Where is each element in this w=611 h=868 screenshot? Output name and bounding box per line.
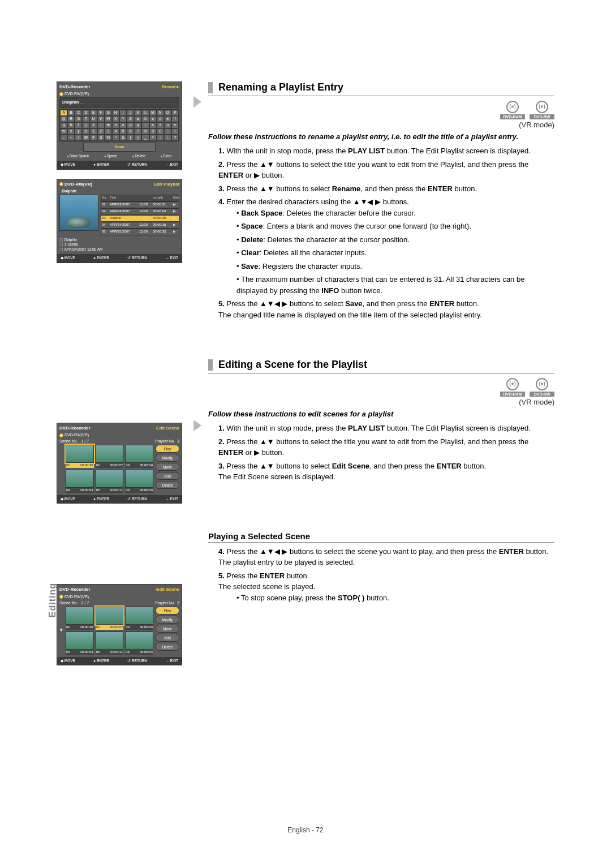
osd-footer: ◆ MOVE ● ENTER ↺ RETURN → EXIT <box>57 657 182 665</box>
osd-title: DVD-Recorder <box>59 587 91 592</box>
osd-mode: Edit Playlist <box>154 182 179 187</box>
keyboard-grid: ABCDEFGHIJKLMNOPQRSTUVWXYZabcdefghijklmn… <box>59 109 179 141</box>
osd-disc-label: DVD-RW(VR) <box>59 91 179 96</box>
scene-buttons: PlayModifyMoveAddDelete <box>156 445 179 493</box>
prev-page-icon: ▾ <box>59 607 63 655</box>
rename-field: Dolphin _ <box>59 97 179 108</box>
section2-substeps: 4. Press the ▲▼◀ ▶ buttons to select the… <box>208 546 554 604</box>
right-column: Renaming a Playlist Entry DVD-RAM DVD-RW… <box>208 81 554 665</box>
section-title-editscene: Editing a Scene for the Playlist <box>208 359 554 373</box>
section1-steps: 1. With the unit in stop mode, press the… <box>208 145 554 320</box>
osd-disc-label: DVD-RW(VR) <box>59 182 92 187</box>
playlist-thumbnail <box>59 195 98 231</box>
osd-mode: Edit Scene <box>156 587 179 592</box>
page-footer: English - 72 <box>0 826 611 834</box>
left-column: DVD-Recorder Rename DVD-RW(VR) Dolphin _… <box>57 81 182 665</box>
section2-steps: 1. With the unit in stop mode, press the… <box>208 423 554 483</box>
scene-grid: 0100:00:260200:00:070300:00:040400:00:03… <box>66 445 153 493</box>
osd-footer: ◆ MOVE ● ENTER ↺ RETURN → EXIT <box>57 161 182 169</box>
osd-edit-scene-2: DVD-Recorder Edit Scene DVD-RW(VR) Scene… <box>57 584 182 665</box>
scene-grid: 0100:00:260200:00:070300:00:040400:00:03… <box>66 607 153 655</box>
subsection-title: Playing a Selected Scene <box>208 531 554 543</box>
playlist-name: Dolphin <box>62 188 179 194</box>
osd-mode: Edit Scene <box>156 426 179 431</box>
osd-footer: ◆ MOVE ● ENTER ↺ RETURN → EXIT <box>57 495 182 503</box>
vr-mode-label: (VR mode) <box>208 121 554 129</box>
section1-intro: Follow these instructions to rename a pl… <box>208 132 554 141</box>
pointer-icon <box>193 420 201 431</box>
disc-badges: DVD-RAM DVD-RW <box>208 101 554 119</box>
osd-rename: DVD-Recorder Rename DVD-RW(VR) Dolphin _… <box>57 81 182 170</box>
playlist-info: Dolphin 1 Scene APR/24/2007 12:00 AM <box>59 238 179 252</box>
osd-title: DVD-Recorder <box>59 426 91 431</box>
osd-footer: ◆ MOVE ● ENTER ↺ RETURN → EXIT <box>57 254 182 262</box>
playlist-list: No.TitleLengthEdit01APR/23/200712:0000:0… <box>101 195 179 235</box>
prev-page-icon <box>59 445 63 493</box>
osd-edit-playlist: DVD-RW(VR) Edit Playlist Dolphin No.Titl… <box>57 179 182 263</box>
fn-row: Back Space Space Delete Clear <box>59 154 179 158</box>
vr-mode-label: (VR mode) <box>208 398 554 406</box>
osd-title: DVD-Recorder <box>59 84 91 90</box>
side-tab: Editing <box>48 583 58 617</box>
save-key: Save <box>83 143 155 152</box>
pointer-icon <box>193 96 201 108</box>
section2-intro: Follow these instructions to edit scenes… <box>208 410 554 418</box>
osd-mode: Rename <box>162 84 179 90</box>
disc-badges: DVD-RAM DVD-RW <box>208 378 554 397</box>
scene-buttons: PlayModifyMoveAddDelete <box>156 607 179 655</box>
section-title-rename: Renaming a Playlist Entry <box>208 81 554 96</box>
osd-edit-scene-1: DVD-Recorder Edit Scene DVD-RW(VR) Scene… <box>57 423 182 504</box>
